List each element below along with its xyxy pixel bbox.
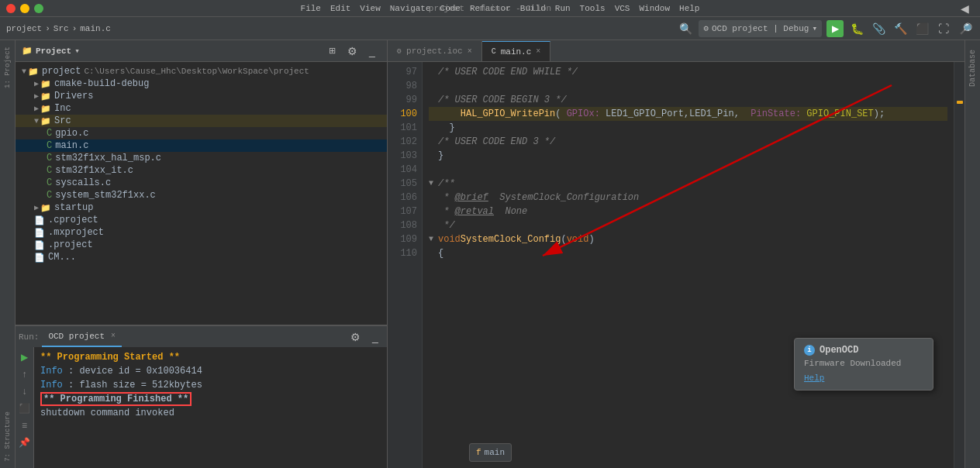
tree-gpio-c[interactable]: C gpio.c [16, 127, 387, 139]
run-down-btn[interactable]: ↓ [18, 384, 32, 398]
code-line-104 [429, 163, 947, 177]
tab-ioc-label: project.ioc [406, 46, 463, 56]
code-line-107: * @retval None [429, 205, 947, 219]
fullscreen-btn[interactable]: ⛶ [935, 20, 952, 37]
right-gutter [954, 62, 964, 468]
breadcrumb-tooltip: f main [469, 443, 512, 462]
run-stop-btn[interactable]: ⬛ [18, 401, 32, 415]
tree-src[interactable]: ▼ 📁 Src [16, 115, 387, 127]
tree-stm32-it[interactable]: C stm32f1xx_it.c [16, 164, 387, 177]
tab-ioc-close[interactable]: × [468, 47, 472, 56]
structure-side-label[interactable]: 7: Structure [4, 408, 12, 465]
build-button[interactable]: 🔨 [892, 20, 909, 37]
project-panel-title: Project [36, 46, 71, 56]
code-line-110: { [429, 246, 947, 260]
search-everywhere-btn[interactable]: 🔍 [677, 20, 694, 37]
code-line-109: ▼ void SystemClock_Config(void) [429, 232, 947, 246]
code-line-97: /* USER CODE END WHILE */ [429, 65, 947, 79]
popup-help-link[interactable]: Help [804, 373, 824, 383]
project-side-label[interactable]: 1: Project [4, 43, 12, 91]
tab-main-c[interactable]: C main.c × [482, 41, 551, 61]
run-wrap-btn[interactable]: ≡ [18, 418, 32, 432]
maximize-button[interactable]: + [34, 4, 43, 13]
run-up-btn[interactable]: ↑ [18, 367, 32, 381]
toolbar: project › Src › main.c 🔍 ⚙ OCD project |… [0, 17, 980, 40]
code-line-108: */ [429, 219, 947, 232]
tree-cm[interactable]: 📄 CM... [16, 251, 387, 263]
breadcrumb-src[interactable]: Src [53, 24, 69, 33]
tree-root[interactable]: ▼ 📁 project C:\Users\Cause_Hhc\Desktop\W… [16, 65, 387, 77]
run-line-3: Info : flash size = 512kbytes [40, 378, 381, 392]
code-editor: 97 98 99 100 101 102 103 104 105 106 107… [388, 62, 964, 468]
minimize-button[interactable]: − [20, 4, 29, 13]
code-line-102: /* USER CODE END 3 */ [429, 135, 947, 149]
close-button[interactable]: × [6, 4, 16, 13]
tree-cmake[interactable]: ▶ 📁 cmake-build-debug [16, 77, 387, 90]
collapse-all-btn[interactable]: ⊞ [323, 43, 340, 60]
menu-navigate[interactable]: Navigate [390, 4, 431, 13]
window-title: project - main.c - CLion [429, 4, 551, 13]
run-config-selector[interactable]: ⚙ OCD project | Debug ▾ [699, 20, 822, 37]
breadcrumb-sep1: › [45, 24, 50, 33]
stop-button[interactable]: ⬛ [913, 20, 930, 37]
run-line-2: Info : device id = 0x10036414 [40, 364, 381, 378]
run-config-label: OCD project | Debug [712, 24, 809, 33]
tree-project[interactable]: 📄 .project [16, 239, 387, 251]
database-panel[interactable]: Database [964, 40, 980, 468]
toolbar-actions: 🔍 ⚙ OCD project | Debug ▾ ▶ 🐛 📎 🔨 ⬛ ⛶ 🔎 [677, 20, 974, 37]
run-settings-btn[interactable]: ⚙ [347, 329, 364, 346]
popup-body: Firmware Downloaded [804, 359, 923, 368]
tree-mxproject[interactable]: 📄 .mxproject [16, 226, 387, 239]
code-line-98 [429, 79, 947, 93]
tree-inc[interactable]: ▶ 📁 Inc [16, 102, 387, 115]
tree-drivers[interactable]: ▶ 📁 Drivers [16, 90, 387, 102]
run-line-1: ** Programming Started ** [40, 350, 381, 364]
tree-stm32-hal[interactable]: C stm32f1xx_hal_msp.c [16, 152, 387, 164]
settings-btn[interactable]: ⚙ [343, 43, 361, 60]
tab-main-label: main.c [501, 47, 532, 57]
database-label: Database [968, 50, 977, 87]
menu-window[interactable]: Window [639, 4, 670, 13]
tab-project-ioc[interactable]: ⚙ project.ioc × [388, 41, 482, 61]
tree-cproject[interactable]: 📄 .cproject [16, 214, 387, 226]
title-bar-left: × − + [6, 4, 43, 13]
line-numbers: 97 98 99 100 101 102 103 104 105 106 107… [388, 62, 423, 468]
breadcrumb-project[interactable]: project [6, 24, 42, 33]
run-button[interactable]: ▶ [826, 20, 844, 37]
menu-edit[interactable]: Edit [330, 4, 350, 13]
tree-system-stm32[interactable]: C system_stm32f1xx.c [16, 189, 387, 201]
tab-main-close[interactable]: × [536, 47, 540, 56]
breadcrumb: project › Src › main.c [6, 24, 674, 33]
popup-title: OpenOCD [820, 345, 858, 356]
tree-main-c[interactable]: C main.c [16, 139, 387, 152]
menu-file[interactable]: File [301, 4, 321, 13]
openocd-popup: i OpenOCD Firmware Downloaded Help [794, 338, 933, 391]
menu-tools[interactable]: Tools [580, 4, 606, 13]
tree-startup[interactable]: ▶ 📁 startup [16, 201, 387, 214]
tree-syscalls[interactable]: C syscalls.c [16, 177, 387, 189]
run-tab-close[interactable]: × [111, 332, 116, 340]
menu-run[interactable]: Run [555, 4, 571, 13]
project-folder-icon: 📁 [22, 46, 33, 56]
code-content[interactable]: /* USER CODE END WHILE */ /* USER CODE B… [423, 62, 954, 468]
run-pin-btn[interactable]: 📌 [18, 435, 32, 449]
breadcrumb-file[interactable]: main.c [80, 24, 111, 33]
menu-help[interactable]: Help [679, 4, 699, 13]
project-dropdown-icon[interactable]: ▾ [74, 46, 80, 56]
breadcrumb-sep2: › [72, 24, 78, 33]
code-line-100: HAL_GPIO_WritePin( GPIOx: LED1_GPIO_Port… [429, 107, 947, 121]
menu-vcs[interactable]: VCS [615, 4, 630, 13]
popup-header: i OpenOCD [804, 345, 923, 356]
minimize-panel-btn[interactable]: _ [364, 43, 381, 60]
run-line-5: shutdown command invoked [40, 406, 381, 420]
tooltip-text: main [485, 446, 505, 459]
toolbar-icon-btn[interactable]: ◀ [957, 0, 974, 17]
run-ocd-tab[interactable]: OCD project × [42, 327, 122, 347]
attach-button[interactable]: 📎 [870, 20, 887, 37]
code-line-101: } [429, 121, 947, 135]
debug-button[interactable]: 🐛 [848, 20, 865, 37]
run-play-btn[interactable]: ▶ [18, 350, 32, 364]
search-btn[interactable]: 🔎 [957, 20, 974, 37]
run-close-btn[interactable]: _ [367, 329, 384, 346]
menu-view[interactable]: View [360, 4, 380, 13]
